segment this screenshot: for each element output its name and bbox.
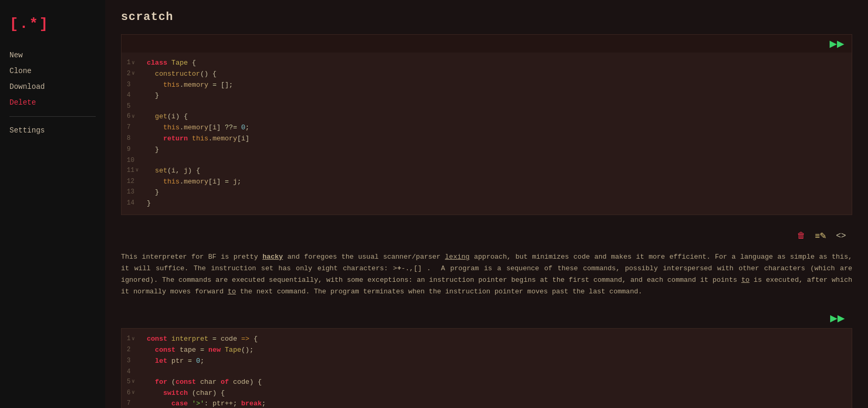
code-text-14: }: [147, 198, 151, 209]
line-num-2-6: 6∨: [127, 388, 142, 398]
code-text-8: return this.memory[i]: [147, 134, 249, 145]
code-line-2: 2∨ constructor() {: [122, 69, 852, 80]
code-line-2-6: 6∨ switch (char) {: [122, 388, 852, 399]
sidebar-item-download[interactable]: Download: [0, 79, 105, 94]
main-content: scratch ▶▶ 1∨ class Tape { 2∨ constructo…: [105, 0, 868, 408]
code-text-9: }: [147, 145, 159, 156]
logo: [.*]: [0, 11, 58, 48]
code-text-2: constructor() {: [147, 69, 217, 80]
run-btn-area-2: ▶▶: [121, 308, 852, 328]
code-line-11: 11∨ set(i, j) {: [122, 166, 852, 177]
sidebar: [.*] New Clone Download Delete Settings: [0, 0, 105, 408]
line-num-2: 2∨: [127, 69, 142, 79]
line-num-2-3: 3: [127, 356, 142, 366]
trash-button[interactable]: 🗑: [796, 230, 806, 241]
code-line-1: 1∨ class Tape {: [122, 58, 852, 69]
line-num-8: 8: [127, 134, 142, 144]
run-button-2[interactable]: ▶▶: [828, 311, 847, 325]
description-block: This interpreter for BF is pretty hacky …: [121, 246, 852, 308]
code-text-3: this.memory = [];: [147, 80, 233, 91]
code-content-2: 1∨ const interpret = code => { 2 const t…: [122, 329, 852, 408]
page-title: scratch: [121, 11, 852, 24]
code-line-2-4: 4: [122, 367, 852, 377]
code-text-6: get(i) {: [147, 111, 188, 123]
code-text-4: }: [147, 90, 159, 101]
sidebar-divider: [9, 116, 96, 117]
code-text-2-3: let ptr = 0;: [147, 356, 204, 367]
line-num-2-5: 5∨: [127, 377, 142, 387]
code-text-12: this.memory[i] = j;: [147, 177, 241, 188]
line-num-2-4: 4: [127, 367, 142, 377]
line-num-13: 13: [127, 187, 142, 197]
line-num-3: 3: [127, 80, 142, 90]
sidebar-nav: New Clone Download Delete Settings: [0, 48, 105, 138]
code-line-12: 12 this.memory[i] = j;: [122, 177, 852, 188]
line-num-4: 4: [127, 90, 142, 100]
line-num-7: 7: [127, 123, 142, 132]
description-text: This interpreter for BF is pretty hacky …: [121, 251, 852, 298]
code-line-4: 4 }: [122, 90, 852, 101]
code-line-6: 6∨ get(i) {: [122, 111, 852, 123]
code-line-7: 7 this.memory[i] ??= 0;: [122, 123, 852, 134]
code-line-2-3: 3 let ptr = 0;: [122, 356, 852, 367]
code-line-5: 5: [122, 101, 852, 111]
code-line-9: 9 }: [122, 145, 852, 156]
code-line-10: 10: [122, 156, 852, 166]
code-text-7: this.memory[i] ??= 0;: [147, 123, 249, 134]
code-line-13: 13 }: [122, 187, 852, 198]
code-text-2-5: for (const char of code) {: [147, 377, 262, 388]
sidebar-item-new[interactable]: New: [0, 48, 105, 63]
sidebar-item-clone[interactable]: Clone: [0, 64, 105, 78]
code-block-header-1: ▶▶: [122, 35, 852, 53]
code-block-tape: ▶▶ 1∨ class Tape { 2∨ constructor() { 3 …: [121, 34, 852, 215]
run-button-1[interactable]: ▶▶: [827, 37, 846, 50]
line-num-14: 14: [127, 198, 142, 208]
logo-text: [.*]: [9, 16, 49, 32]
code-text-1: class Tape {: [147, 58, 196, 69]
code-text-2-6: switch (char) {: [147, 388, 225, 399]
code-line-14: 14 }: [122, 198, 852, 209]
code-line-8: 8 return this.memory[i]: [122, 134, 852, 145]
code-text-2-1: const interpret = code => {: [147, 334, 258, 345]
code-line-2-1: 1∨ const interpret = code => {: [122, 334, 852, 345]
code-line-2-7: 7 case '>': ptr++; break;: [122, 399, 852, 408]
code-line-2-2: 2 const tape = new Tape();: [122, 345, 852, 356]
code-line-2-5: 5∨ for (const char of code) {: [122, 377, 852, 388]
code-text-13: }: [147, 187, 159, 198]
code-text-2-2: const tape = new Tape();: [147, 345, 254, 356]
line-num-2-2: 2: [127, 345, 142, 355]
line-num-1: 1∨: [127, 58, 142, 68]
sidebar-item-settings[interactable]: Settings: [0, 123, 105, 138]
code-button[interactable]: <>: [835, 230, 847, 241]
line-num-6: 6∨: [127, 111, 142, 121]
code-text-11: set(i, j) {: [147, 166, 200, 177]
line-num-9: 9: [127, 145, 142, 155]
code-block-interpret: 1∨ const interpret = code => { 2 const t…: [121, 328, 852, 408]
sidebar-item-delete[interactable]: Delete: [0, 95, 105, 110]
line-num-12: 12: [127, 177, 142, 187]
line-num-2-7: 7: [127, 399, 142, 408]
line-num-10: 10: [127, 156, 142, 166]
line-num-2-1: 1∨: [127, 334, 142, 344]
line-num-11: 11∨: [127, 166, 142, 176]
code-content-1: 1∨ class Tape { 2∨ constructor() { 3 thi…: [122, 53, 852, 215]
code-text-2-7: case '>': ptr++; break;: [147, 399, 266, 408]
code-line-3: 3 this.memory = [];: [122, 80, 852, 91]
edit-button[interactable]: ≡✎: [814, 230, 827, 242]
block-toolbar: 🗑 ≡✎ <>: [121, 226, 852, 246]
line-num-5: 5: [127, 101, 142, 111]
